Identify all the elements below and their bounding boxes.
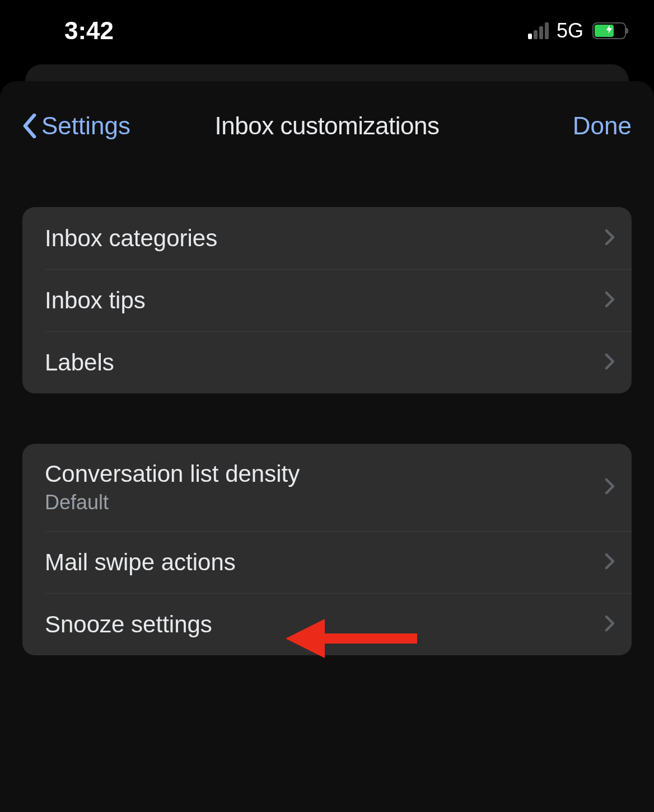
row-label: Inbox tips	[45, 287, 146, 314]
page-title: Inbox customizations	[215, 112, 440, 140]
status-time: 3:42	[64, 17, 114, 45]
network-type: 5G	[557, 19, 583, 43]
row-label: Labels	[45, 349, 114, 376]
done-button[interactable]: Done	[573, 112, 632, 140]
row-labels[interactable]: Labels	[22, 331, 632, 393]
row-inbox-categories[interactable]: Inbox categories	[22, 207, 632, 269]
status-bar: 3:42 5G	[0, 0, 654, 62]
settings-group-2: Conversation list density Default Mail s…	[22, 444, 632, 655]
chevron-right-icon	[605, 553, 615, 572]
row-label: Inbox categories	[45, 225, 217, 252]
battery-icon	[592, 22, 626, 39]
row-sublabel: Default	[45, 491, 300, 514]
back-label: Settings	[41, 112, 130, 140]
chevron-right-icon	[605, 478, 615, 497]
charging-bolt-icon	[604, 25, 614, 37]
row-conversation-density[interactable]: Conversation list density Default	[22, 444, 632, 531]
row-label: Mail swipe actions	[45, 549, 236, 576]
chevron-left-icon	[22, 114, 37, 138]
settings-sheet: Settings Inbox customizations Done Inbox…	[0, 81, 654, 812]
back-button[interactable]: Settings	[22, 112, 130, 140]
row-inbox-tips[interactable]: Inbox tips	[22, 269, 632, 331]
content: Inbox categories Inbox tips Labels	[0, 151, 654, 655]
nav-bar: Settings Inbox customizations Done	[0, 101, 654, 151]
row-mail-swipe-actions[interactable]: Mail swipe actions	[22, 531, 632, 593]
chevron-right-icon	[605, 615, 615, 634]
status-right: 5G	[528, 19, 626, 43]
row-label: Snooze settings	[45, 611, 212, 638]
settings-group-1: Inbox categories Inbox tips Labels	[22, 207, 632, 393]
chevron-right-icon	[605, 353, 615, 372]
row-label: Conversation list density	[45, 461, 300, 487]
row-snooze-settings[interactable]: Snooze settings	[22, 593, 632, 655]
chevron-right-icon	[605, 229, 615, 248]
chevron-right-icon	[605, 291, 615, 310]
cellular-signal-icon	[528, 22, 549, 39]
